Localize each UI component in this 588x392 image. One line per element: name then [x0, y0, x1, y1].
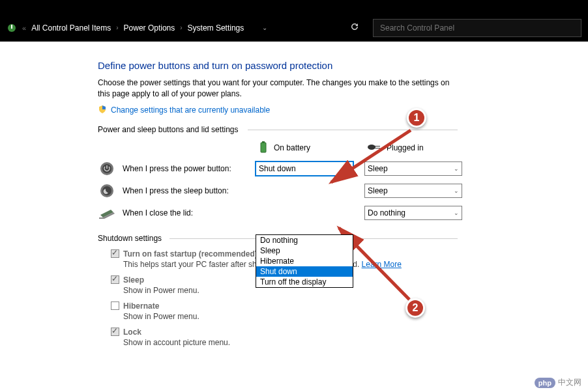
checkbox-hibernate[interactable] [111, 301, 119, 310]
address-bar: « All Control Panel Items › Power Option… [0, 14, 588, 42]
shield-icon [98, 105, 107, 116]
uac-link-row: Change settings that are currently unava… [98, 105, 588, 116]
checkbox-fast-startup[interactable] [111, 249, 119, 258]
power-settings-grid: On battery Plugged in When I press the p… [98, 141, 588, 222]
svg-point-4 [368, 145, 375, 150]
annotation-badge-1: 1 [407, 108, 426, 128]
chevron-right-icon: › [116, 24, 118, 31]
power-battery-dropdown: Do nothing Sleep Hibernate Shut down Tur… [256, 234, 353, 288]
power-battery-select[interactable]: Shut down ⌄ [256, 161, 353, 176]
row-sleep-button: When I press the sleep button: [98, 182, 248, 200]
dropdown-option[interactable]: Do nothing [256, 235, 353, 245]
column-header-battery: On battery [256, 141, 357, 156]
watermark: php 中文网 [535, 377, 581, 388]
section-header: Power and sleep buttons and lid settings [98, 125, 588, 134]
item-description: Show in account picture menu. [123, 338, 588, 347]
page-title: Define power buttons and turn on passwor… [98, 60, 588, 71]
svg-rect-3 [262, 141, 265, 143]
checkbox-label: Turn on fast startup (recommended) [123, 249, 257, 259]
checkbox-sleep[interactable] [111, 275, 119, 284]
checkbox-label: Lock [123, 328, 141, 337]
plug-icon [367, 143, 381, 154]
row-label-text: When I press the power button: [123, 164, 231, 173]
app-icon [7, 23, 17, 33]
row-power-button: When I press the power button: [98, 160, 248, 178]
column-label: On battery [274, 143, 310, 152]
checkbox-label: Sleep [123, 275, 144, 285]
dropdown-option[interactable]: Hibernate [256, 256, 353, 266]
shutdown-item-lock: Lock Show in account picture menu. [111, 328, 588, 347]
search-input[interactable] [373, 19, 581, 37]
select-value: Shut down [259, 164, 296, 173]
power-button-icon [98, 160, 116, 178]
annotation-badge-2: 2 [405, 298, 425, 318]
breadcrumb-item[interactable]: All Control Panel Items [31, 23, 111, 33]
breadcrumb-item[interactable]: Power Options [124, 23, 175, 33]
svg-rect-5 [375, 146, 380, 147]
php-logo-icon: php [535, 378, 555, 388]
nav-chevrons-icon[interactable]: « [22, 24, 26, 32]
intro-text: Choose the power settings that you want … [98, 77, 463, 100]
content-area: Define power buttons and turn on passwor… [0, 42, 588, 392]
watermark-text: 中文网 [558, 377, 581, 388]
change-settings-link[interactable]: Change settings that are currently unava… [111, 105, 270, 115]
laptop-lid-icon [98, 204, 116, 222]
window-titlebar [0, 0, 588, 14]
item-description: This helps start your PC faster after sh… [123, 260, 588, 269]
breadcrumb-item[interactable]: System Settings [188, 23, 244, 33]
svg-rect-6 [375, 148, 380, 148]
svg-rect-2 [261, 143, 266, 152]
chevron-right-icon: › [180, 24, 182, 31]
chevron-down-icon: ⌄ [454, 188, 459, 194]
item-description: Show in Power menu. [123, 286, 588, 295]
learn-more-link[interactable]: Learn More [362, 260, 402, 269]
checkbox-label: Hibernate [123, 301, 159, 311]
column-header-plugged: Plugged in [364, 143, 465, 154]
lid-plugged-select[interactable]: Do nothing ⌄ [364, 206, 462, 220]
chevron-down-icon[interactable]: ⌄ [262, 24, 267, 31]
item-description: Show in Power menu. [123, 312, 588, 321]
checkbox-lock[interactable] [111, 328, 119, 336]
column-label: Plugged in [387, 143, 424, 152]
breadcrumb: All Control Panel Items › Power Options … [31, 23, 336, 33]
dropdown-option[interactable]: Turn off the display [256, 277, 353, 287]
chevron-down-icon: ⌄ [345, 165, 350, 172]
dropdown-option-selected[interactable]: Shut down [256, 266, 353, 277]
shutdown-item-hibernate: Hibernate Show in Power menu. [111, 301, 588, 321]
power-plugged-select[interactable]: Sleep ⌄ [364, 161, 462, 176]
refresh-icon[interactable] [349, 21, 360, 35]
dropdown-option[interactable]: Sleep [256, 245, 353, 256]
select-value: Do nothing [368, 208, 405, 217]
battery-icon [258, 141, 269, 156]
row-label-text: When I close the lid: [123, 208, 193, 217]
select-value: Sleep [368, 164, 388, 173]
chevron-down-icon: ⌄ [454, 210, 459, 216]
row-label-text: When I press the sleep button: [123, 186, 229, 195]
sleep-button-icon [98, 182, 116, 200]
svg-rect-1 [11, 25, 12, 29]
sleep-plugged-select[interactable]: Sleep ⌄ [364, 184, 462, 198]
select-value: Sleep [368, 186, 388, 195]
row-close-lid: When I close the lid: [98, 204, 248, 222]
chevron-down-icon: ⌄ [454, 165, 459, 172]
